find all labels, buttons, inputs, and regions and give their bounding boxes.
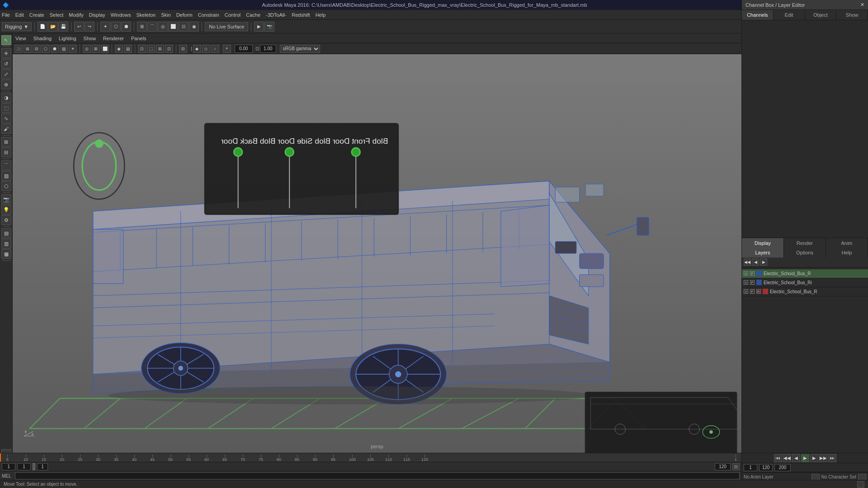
vp-safe-title[interactable]: ⊡ — [165, 45, 173, 53]
ltab-anim[interactable]: Anim — [826, 238, 868, 248]
mode-dropdown[interactable]: Rigging ▼ — [2, 22, 32, 31]
vp-time-input[interactable] — [235, 45, 253, 53]
vp-hide-btn[interactable]: ⊞ — [92, 45, 100, 53]
layer-v-toggle[interactable]: V — [744, 271, 748, 276]
rt-start-input[interactable] — [744, 464, 757, 471]
vp-isolate-btn[interactable]: ◎ — [83, 45, 91, 53]
frame-slider-handle[interactable] — [33, 463, 35, 470]
select-tool[interactable]: ↖ — [1, 35, 11, 45]
layer-row[interactable]: V P Electric_School_Bus_Ri — [742, 278, 868, 287]
layer-p-toggle[interactable]: P — [750, 280, 755, 285]
vp-res-gate[interactable]: ⬚ — [147, 45, 155, 53]
snap-together-tool[interactable]: ⊞ — [1, 137, 11, 147]
layer-row[interactable]: V P R Electric_School_Bus_R — [742, 287, 868, 296]
surface-tool[interactable]: ▧ — [1, 171, 11, 181]
vp-manip-btn[interactable]: ◉ — [115, 45, 123, 53]
render-layers-tool[interactable]: ▥ — [1, 239, 11, 249]
vp-menu-renderer[interactable]: Renderer — [103, 36, 124, 41]
move-tool[interactable]: ✛ — [1, 48, 11, 58]
menu-3dtoall[interactable]: -3DToAll- — [266, 12, 286, 18]
light-tool[interactable]: 💡 — [1, 205, 11, 215]
menu-deform[interactable]: Deform — [176, 12, 193, 18]
frame-end-input[interactable] — [37, 463, 48, 470]
universal-tool[interactable]: ⊕ — [1, 80, 11, 89]
rt-total-input[interactable] — [774, 464, 791, 471]
layer-v-toggle[interactable]: V — [744, 289, 748, 294]
chtab-help[interactable]: Help — [826, 248, 868, 258]
layer-row[interactable]: V P Electric_School_Bus_R — [742, 269, 868, 278]
layer-p-toggle[interactable]: P — [750, 289, 755, 294]
snap-point-btn[interactable]: ◎ — [158, 22, 168, 32]
ltab-display[interactable]: Display — [742, 238, 784, 248]
vp-xray-btn[interactable]: ⬜ — [101, 45, 109, 53]
tab-edit[interactable]: Edit — [774, 10, 805, 20]
menu-edit[interactable]: Edit — [15, 12, 24, 18]
tab-channels[interactable]: Channels — [742, 10, 774, 20]
menu-windows[interactable]: Windows — [111, 12, 131, 18]
display-layers-tool[interactable]: ▤ — [1, 228, 11, 238]
camera-tool[interactable]: 📷 — [1, 194, 11, 204]
render-btn[interactable]: ▶ — [254, 22, 264, 32]
snap-curve-btn[interactable]: ⌒ — [147, 22, 157, 32]
vp-menu-shading[interactable]: Shading — [33, 36, 52, 41]
vp-select-cam[interactable]: 🎥 — [14, 45, 23, 53]
chtab-layers[interactable]: Layers — [742, 248, 784, 258]
soft-select-tool[interactable]: ◑ — [1, 93, 11, 103]
save-button[interactable]: 💾 — [58, 22, 68, 32]
snap-surface-btn[interactable]: ⬜ — [168, 22, 178, 32]
render-settings-tool[interactable]: ⚙ — [1, 215, 11, 225]
go-end-button[interactable]: ⏭ — [828, 454, 836, 462]
menu-select[interactable]: Select — [50, 12, 64, 18]
vp-frame-all[interactable]: ⊟ — [33, 45, 41, 53]
undo-button[interactable]: ↩ — [74, 22, 84, 32]
ipr-btn[interactable]: 📷 — [264, 22, 274, 32]
status-settings[interactable] — [857, 481, 864, 488]
vp-menu-show[interactable]: Show — [84, 36, 96, 41]
vp-inbetween[interactable]: ○ — [211, 45, 219, 53]
vp-grid-toggle[interactable]: ⊞ — [24, 45, 32, 53]
vp-clipping[interactable]: ⌖ — [223, 45, 231, 53]
current-frame-input[interactable] — [17, 463, 31, 470]
step-back-button[interactable]: ◀◀ — [783, 454, 791, 462]
layer-prev[interactable]: ◀ — [752, 258, 759, 266]
character-set-options[interactable] — [858, 474, 866, 480]
menu-help[interactable]: Help — [316, 12, 326, 18]
marquee-tool[interactable]: ⬚ — [1, 103, 11, 113]
vp-fps-input[interactable] — [260, 45, 276, 53]
curve-tool[interactable]: ⌒ — [1, 160, 11, 170]
step-fwd-button[interactable]: ▶▶ — [819, 454, 827, 462]
show-manip-tool[interactable]: ⊟ — [1, 147, 11, 157]
lasso-tool[interactable]: ∿ — [1, 113, 11, 123]
vp-menu-panels[interactable]: Panels — [131, 36, 146, 41]
lasso-tool-btn[interactable]: ⬡ — [111, 22, 121, 32]
play-button[interactable]: ▶ — [801, 454, 809, 462]
rotate-tool[interactable]: ↺ — [1, 59, 11, 69]
snap-view-btn[interactable]: ⊡ — [179, 22, 189, 32]
vp-light-btn[interactable]: ☀ — [69, 45, 77, 53]
anim-layer-options[interactable] — [811, 474, 820, 480]
vp-breakdown[interactable]: ◇ — [202, 45, 210, 53]
mel-input[interactable] — [15, 472, 740, 479]
scale-tool[interactable]: ⤢ — [1, 69, 11, 79]
vp-color-space[interactable]: sRGB gamma — [280, 45, 320, 53]
paint-tool-btn[interactable]: ⬢ — [121, 22, 131, 32]
menu-skin[interactable]: Skin — [161, 12, 170, 18]
tab-show[interactable]: Show — [836, 10, 868, 20]
range-end-input[interactable] — [715, 463, 731, 470]
layer-next[interactable]: ▶ — [760, 258, 767, 266]
canvas-area[interactable]: Blob Front Door Blob Side Door Blob Back… — [13, 54, 741, 453]
vp-key-frame[interactable]: ◆ — [193, 45, 201, 53]
no-live-surface-indicator[interactable]: No Live Surface — [205, 22, 248, 31]
ltab-render[interactable]: Render — [784, 238, 826, 248]
select-tool-btn[interactable]: ✦ — [100, 22, 110, 32]
vp-smooth-btn[interactable]: ⬢ — [51, 45, 59, 53]
vp-safe-action[interactable]: ⊞ — [156, 45, 164, 53]
frame-start-input[interactable] — [2, 463, 15, 470]
chtab-options[interactable]: Options — [784, 248, 826, 258]
layer-p-toggle[interactable]: P — [750, 271, 755, 276]
menu-control[interactable]: Control — [225, 12, 241, 18]
menu-file[interactable]: File — [2, 12, 10, 18]
vp-hud-btn[interactable]: ▤ — [124, 45, 132, 53]
menu-skeleton[interactable]: Skeleton — [136, 12, 156, 18]
menu-redshift[interactable]: Redshift — [292, 12, 310, 18]
